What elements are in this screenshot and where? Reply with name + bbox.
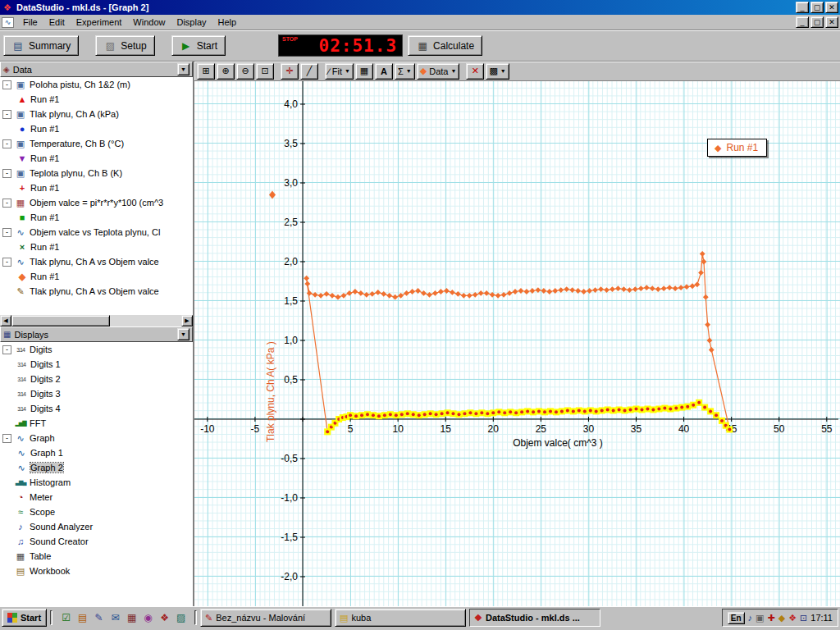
data-point-marker[interactable]	[444, 288, 450, 294]
zoom-out-button[interactable]: ⊖	[236, 63, 254, 80]
data-source-row[interactable]: -▣Teplota plynu, Ch B (K)	[0, 166, 193, 180]
graph-settings-menu-button[interactable]: ▩▼	[486, 63, 509, 80]
data-point-marker[interactable]	[581, 289, 587, 294]
smart-tool-button[interactable]: ✛	[281, 63, 299, 80]
data-menu-dropdown-arrow[interactable]: ▼	[450, 68, 456, 74]
run-item[interactable]: ×Run #1	[0, 240, 193, 254]
child-window-icon[interactable]: ∿	[2, 17, 14, 28]
data-point-marker[interactable]	[313, 292, 318, 298]
data-source-row[interactable]: ✎Tlak plynu, Ch A vs Objem valce	[0, 284, 193, 299]
data-point-marker[interactable]	[694, 281, 700, 287]
tray-icon[interactable]: ❖	[788, 613, 797, 623]
data-point-marker[interactable]	[467, 293, 472, 299]
quick-launch-icon[interactable]: ☑	[59, 611, 73, 625]
data-point-marker[interactable]	[427, 292, 432, 298]
quick-launch-icon[interactable]: ✉	[108, 611, 122, 625]
display-type-row[interactable]: ▂▅▇FFT	[0, 416, 193, 431]
data-point-marker[interactable]	[495, 293, 501, 299]
menu-item-file[interactable]: File	[17, 16, 43, 29]
data-point-marker[interactable]	[381, 291, 386, 297]
data-point-marker[interactable]	[707, 338, 713, 344]
hscroll-left-button[interactable]: ◀	[0, 315, 11, 326]
menu-item-experiment[interactable]: Experiment	[71, 16, 128, 29]
data-point-marker[interactable]	[638, 285, 644, 291]
data-source-row[interactable]: -∿Objem valce vs Teplota plynu, Cl	[0, 225, 193, 240]
data-source-row[interactable]: -▦Objem valce = pi*r*r*y*100 (cm^3	[0, 195, 193, 210]
data-point-marker[interactable]	[621, 286, 627, 292]
run-item[interactable]: ■Run #1	[0, 210, 193, 225]
data-point-marker[interactable]	[569, 287, 575, 293]
data-point-marker[interactable]	[304, 276, 309, 281]
calculator-button[interactable]: ▦	[355, 63, 373, 80]
scale-to-fit-button[interactable]: ⊞	[197, 63, 215, 80]
tray-icon[interactable]: ♪	[748, 613, 753, 623]
data-point-marker[interactable]	[700, 251, 705, 257]
data-point-marker[interactable]	[363, 292, 369, 298]
data-source-row[interactable]: -▣Poloha pistu, Ch 1&2 (m)	[0, 77, 193, 92]
data-panel-dropdown-button[interactable]: ▼	[177, 63, 189, 75]
data-point-marker[interactable]	[530, 288, 536, 294]
tray-icon[interactable]: ▣	[756, 613, 764, 623]
data-point-marker[interactable]	[404, 290, 409, 296]
start-menu-button[interactable]: Start	[2, 609, 47, 627]
chart-area[interactable]: -10-5510152025303540455055-2,0-1,5-1,0-0…	[194, 81, 840, 606]
display-item[interactable]: 3.14Digits 2	[0, 372, 193, 386]
data-point-marker[interactable]	[546, 289, 552, 294]
quick-launch-icon[interactable]: ✎	[92, 611, 106, 625]
menu-item-help[interactable]: Help	[212, 16, 243, 29]
data-source-row[interactable]: -▣Temperature, Ch B (°C)	[0, 136, 193, 151]
display-item[interactable]: 3.14Digits 3	[0, 386, 193, 401]
menu-item-window[interactable]: Window	[127, 16, 171, 29]
setup-button[interactable]: ▨ Setup	[95, 35, 154, 56]
display-type-row[interactable]: ▤Workbook	[0, 564, 193, 578]
data-point-marker[interactable]	[307, 290, 313, 296]
data-point-marker[interactable]	[398, 293, 404, 299]
data-point-marker[interactable]	[678, 285, 684, 290]
menu-item-edit[interactable]: Edit	[43, 16, 71, 29]
data-point-marker[interactable]	[386, 293, 392, 299]
data-point-marker[interactable]	[558, 287, 564, 293]
data-point-marker[interactable]	[690, 283, 696, 289]
data-point-marker[interactable]	[352, 289, 358, 294]
zoom-in-button[interactable]: ⊕	[217, 63, 235, 80]
data-point-marker[interactable]	[415, 288, 421, 294]
display-type-row[interactable]: ♫Sound Creator	[0, 534, 193, 549]
restore-button[interactable]: ▢	[810, 2, 824, 13]
statistics-menu-dropdown-arrow[interactable]: ▼	[406, 68, 412, 74]
task-button[interactable]: ▤kuba	[335, 609, 466, 627]
data-point-marker[interactable]	[609, 286, 615, 292]
child-minimize-button[interactable]: _	[796, 16, 809, 28]
data-point-marker[interactable]	[455, 291, 461, 297]
quick-launch-icon[interactable]: ▦	[125, 611, 139, 625]
statistics-menu-button[interactable]: Σ▼	[395, 63, 415, 80]
run1-selected-points[interactable]	[324, 399, 733, 436]
data-point-marker[interactable]	[535, 287, 541, 293]
data-point-marker[interactable]	[358, 290, 363, 296]
data-point-marker[interactable]	[703, 294, 709, 300]
graph-settings-menu-dropdown-arrow[interactable]: ▼	[500, 68, 506, 74]
data-source-row[interactable]: -▣Tlak plynu, Ch A (kPa)	[0, 107, 193, 121]
data-point-marker[interactable]	[575, 288, 581, 294]
display-type-row[interactable]: -∿Graph	[0, 431, 193, 445]
tree-expander[interactable]: -	[2, 345, 11, 354]
data-point-marker[interactable]	[392, 294, 398, 300]
data-point-marker[interactable]	[650, 285, 655, 291]
data-point-marker[interactable]	[627, 287, 632, 293]
data-point-marker[interactable]	[587, 288, 592, 294]
run-item[interactable]: ▲Run #1	[0, 92, 193, 107]
display-type-row[interactable]: ◔Meter	[0, 490, 193, 504]
tree-expander[interactable]: -	[2, 434, 11, 443]
hscroll-right-button[interactable]: ▶	[181, 315, 193, 326]
displays-panel-dropdown-button[interactable]: ▼	[177, 328, 189, 340]
data-point-marker[interactable]	[655, 286, 661, 292]
data-point-marker[interactable]	[330, 293, 336, 299]
run1-points[interactable]	[304, 251, 714, 353]
data-point-marker[interactable]	[409, 289, 415, 294]
display-type-row[interactable]: -3.14Digits	[0, 342, 193, 357]
data-point-marker[interactable]	[709, 347, 714, 353]
fit-menu-button[interactable]: ∕Fit▼	[325, 63, 354, 80]
data-point-marker[interactable]	[541, 288, 546, 294]
data-point-marker[interactable]	[552, 288, 558, 294]
chart-legend[interactable]: ◆ Run #1	[707, 139, 767, 157]
minimize-button[interactable]: _	[796, 2, 809, 13]
